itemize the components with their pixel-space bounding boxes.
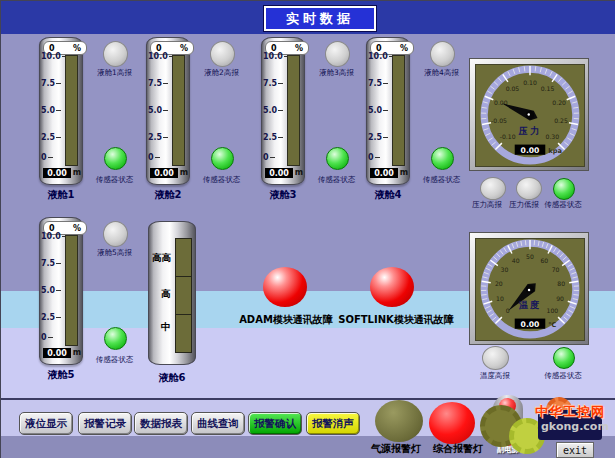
tank6-segment-high [175,276,192,315]
pressure-gauge-frame: -0.10-0.050.000.050.100.150.200.250.30压力… [469,58,589,171]
tank-label: 液舱3 [257,188,309,202]
tank-level-tube [287,55,300,166]
air-source-alarm-label: 气源报警灯 [363,442,429,456]
tank-scale-tick: 0 [148,153,160,162]
tank-value-display: 0.00 [370,168,398,178]
tank-scale-tick: 7.5 [41,259,61,268]
page-title: 实时数据 [264,6,376,31]
pressure-low-alarm-light [516,177,542,200]
temperature-gauge-frame: 0102030405060708090100温度0.00℃ [469,232,589,345]
tank-value-unit: m [295,168,303,177]
svg-text:60: 60 [540,257,548,264]
tank-sensor-status-label: 传感器状态 [409,175,474,185]
temperature-sensor-status-light [553,347,575,369]
tank-value-display: 0.00 [43,168,71,178]
tank-scale-tick: 0 [368,153,380,162]
svg-text:-0.10: -0.10 [500,133,516,140]
tank-scale-tick: 10.0 [263,52,289,61]
tank-percent-unit: % [295,44,303,53]
nav-button-level-display[interactable]: 液位显示 [19,412,73,435]
tank-high-alarm-label: 液舱5高报 [82,248,147,258]
tank-sensor-status-label: 传感器状态 [82,355,147,365]
nav-button-data-report[interactable]: 数据报表 [134,412,188,435]
nav-button-alarm-silence[interactable]: 报警消声 [306,412,360,435]
tank-sensor-status-label: 传感器状态 [82,175,147,185]
tank-value-unit: m [73,348,81,357]
svg-text:温度: 温度 [519,299,541,310]
tank-value-unit: m [73,168,81,177]
nav-button-curve-query[interactable]: 曲线查询 [191,412,245,435]
general-alarm-label: 综合报警灯 [425,442,491,456]
tank-sensor-status-light [104,147,127,170]
tank-sensor-status-label: 传感器状态 [189,175,254,185]
tank-cylinder: 0 % 10.07.55.02.50 0.00 m [261,37,305,185]
tank-high-alarm-label: 液舱1高报 [82,68,147,78]
tank-scale-tick: 10.0 [368,52,394,61]
adam-comm-fault-label: ADAM模块通讯故障 [226,313,346,327]
tank-high-alarm-light [103,221,128,247]
tank-sensor-status-light [104,327,127,350]
air-source-alarm-lamp [375,400,423,442]
tank-label: 液舱2 [142,188,194,202]
tank-cylinder: 0 % 10.07.55.02.50 0.00 m [39,37,83,185]
tank-scale-tick: 0 [41,153,53,162]
tank-level-tube [172,55,185,166]
adam-comm-fault-light [263,267,307,307]
tank-scale-tick: 0 [263,153,275,162]
tank-scale-tick: 10.0 [41,52,67,61]
tank-scale-tick: 7.5 [263,79,283,88]
tank-cylinder: 0 % 10.07.55.02.50 0.00 m [39,217,83,365]
svg-text:50: 50 [526,253,534,260]
tank-level-tube [392,55,405,166]
nav-button-alarm-record[interactable]: 报警记录 [78,412,132,435]
pressure-sensor-status-label: 传感器状态 [537,200,589,210]
svg-text:kpa: kpa [548,147,562,155]
tank-scale-tick: 5.0 [41,286,61,295]
svg-text:0: 0 [506,307,510,314]
tank-value-unit: m [180,168,188,177]
svg-text:0.05: 0.05 [506,85,520,92]
svg-text:压力: 压力 [518,125,541,136]
nav-button-alarm-confirm[interactable]: 报警确认 [248,412,302,435]
tank-scale-tick: 2.5 [368,133,388,142]
tank-scale-tick: 5.0 [263,106,283,115]
temperature-gauge: 0102030405060708090100温度0.00℃ [476,239,584,340]
watermark-url: gkong.com [541,420,601,433]
tank-scale-tick: 2.5 [41,133,61,142]
svg-text:10: 10 [496,295,504,302]
tank-value-display: 0.00 [150,168,178,178]
svg-text:30: 30 [501,266,509,273]
tank-scale-tick: 2.5 [41,313,61,322]
tank-scale-tick: 7.5 [368,79,388,88]
tank-high-alarm-label: 液舱2高报 [189,68,254,78]
tank-value-display: 0.00 [43,348,71,358]
svg-text:70: 70 [552,266,560,273]
hmi-screen: 实时数据 0 % 10.07.55.02.50 0.00 m 液舱1 液舱1高报… [0,0,615,458]
tank-value-display: 0.00 [265,168,293,178]
tank-high-alarm-light [430,41,455,67]
tank6-gauge: 高高 高 中 液舱6 [148,221,208,386]
tank-value-unit: m [400,168,408,177]
tank-scale-tick: 10.0 [41,232,67,241]
tank6-level-label: 高高 [152,252,171,265]
pressure-gauge: -0.10-0.050.000.050.100.150.200.250.30压力… [476,65,584,166]
tank-scale-tick: 5.0 [368,106,388,115]
svg-text:0.10: 0.10 [523,79,537,86]
svg-text:0.15: 0.15 [541,85,555,92]
svg-text:80: 80 [557,280,565,287]
pressure-sensor-status-light [553,178,575,200]
tank-sensor-status-light [431,147,454,170]
tank6-label: 液舱6 [144,371,200,385]
tank-percent-unit: % [73,224,81,233]
tank-sensor-status-label: 传感器状态 [304,175,369,185]
tank-high-alarm-label: 液舱3高报 [304,68,369,78]
tank-sensor-status-light [211,147,234,170]
tank6-level-label: 中 [161,321,171,334]
softlink-comm-fault-label: SOFTLINK模块通讯故障 [331,313,461,327]
pressure-high-alarm-light [480,177,506,200]
watermark-text: 中华工控网 [525,403,615,421]
svg-text:℃: ℃ [548,321,556,329]
exit-button[interactable]: exit [556,442,594,458]
tank-scale-tick: 2.5 [148,133,168,142]
tank-scale-tick: 5.0 [41,106,61,115]
